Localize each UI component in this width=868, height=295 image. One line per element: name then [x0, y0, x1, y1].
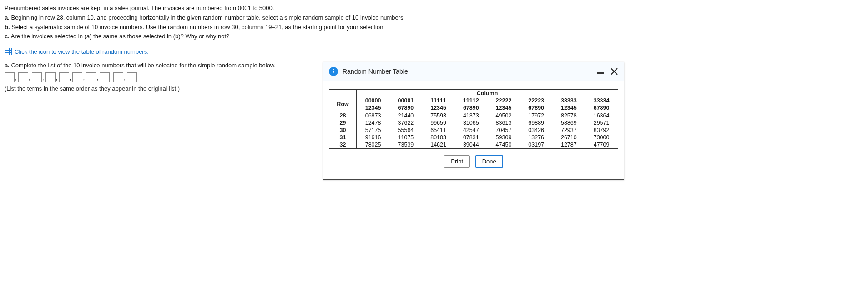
part-a-line: a. Beginning in row 28, column 10, and p…	[5, 13, 863, 23]
dialog-body: ColumnRow0000000001111111111222222222233…	[323, 81, 624, 179]
col-header-bottom: 67890	[520, 104, 553, 112]
random-number-table-box: ColumnRow0000000001111111111222222222233…	[329, 89, 618, 149]
view-table-link[interactable]: Click the icon to view the table of rand…	[15, 48, 149, 55]
table-cell: 06873	[357, 112, 389, 120]
row-label: 32	[329, 141, 357, 148]
dialog-footer: Print Done	[329, 149, 618, 175]
table-cell: 91616	[357, 134, 389, 141]
col-header-top: 00000	[357, 97, 389, 104]
col-header-bottom: 12345	[487, 104, 520, 112]
print-button[interactable]: Print	[444, 155, 470, 168]
answer-input-3[interactable]	[32, 72, 42, 82]
col-header-bottom: 67890	[454, 104, 487, 112]
table-cell: 11075	[389, 134, 422, 141]
svg-rect-0	[5, 48, 12, 55]
col-header-bottom: 12345	[422, 104, 455, 112]
table-cell: 70457	[487, 127, 520, 134]
col-header-top: 00001	[389, 97, 422, 104]
row-heading: Row	[329, 97, 357, 112]
table-cell: 83792	[585, 127, 618, 134]
table-cell: 41373	[454, 112, 487, 120]
answer-blanks: , , , , , , , , ,	[5, 72, 314, 82]
table-cell: 73000	[585, 134, 618, 141]
random-number-table: ColumnRow0000000001111111111222222222233…	[329, 90, 618, 148]
label-b: b.	[5, 24, 10, 31]
answer-input-8[interactable]	[100, 72, 110, 82]
table-cell: 69889	[520, 119, 553, 127]
question-text: Prenumbered sales invoices are kept in a…	[0, 0, 868, 45]
done-button[interactable]: Done	[475, 155, 503, 168]
intro-line: Prenumbered sales invoices are kept in a…	[5, 4, 863, 13]
table-cell: 31065	[454, 119, 487, 127]
table-cell: 47450	[487, 141, 520, 148]
table-cell: 72937	[553, 127, 585, 134]
table-icon[interactable]	[5, 48, 12, 55]
table-cell: 49502	[487, 112, 520, 120]
table-cell: 83613	[487, 119, 520, 127]
answer-hint: (List the terms in the same order as the…	[5, 85, 314, 92]
answer-input-4[interactable]	[45, 72, 56, 82]
row-header-blank	[329, 90, 357, 97]
col-header-bottom: 12345	[553, 104, 585, 112]
table-cell: 26710	[553, 134, 585, 141]
random-number-dialog: i Random Number Table ColumnRow000000000…	[323, 62, 624, 180]
col-header-top: 22222	[487, 97, 520, 104]
view-table-link-row: Click the icon to view the table of rand…	[0, 45, 868, 58]
table-cell: 57175	[357, 127, 389, 134]
table-cell: 99659	[422, 119, 455, 127]
answer-input-1[interactable]	[5, 72, 15, 82]
row-label: 28	[329, 112, 357, 120]
table-cell: 07831	[454, 134, 487, 141]
col-header-bottom: 67890	[585, 104, 618, 112]
table-cell: 39044	[454, 141, 487, 148]
table-cell: 14621	[422, 141, 455, 148]
dialog-header: i Random Number Table	[323, 62, 624, 81]
part-b-line: b. Select a systematic sample of 10 invo…	[5, 23, 863, 32]
table-cell: 17972	[520, 112, 553, 120]
col-header-top: 11112	[454, 97, 487, 104]
label-a: a.	[5, 14, 10, 21]
row-label: 30	[329, 127, 357, 134]
answer-input-6[interactable]	[72, 72, 82, 82]
table-cell: 47709	[585, 141, 618, 148]
table-cell: 37622	[389, 119, 422, 127]
info-icon: i	[329, 67, 338, 76]
table-cell: 65411	[422, 127, 455, 134]
table-cell: 42547	[454, 127, 487, 134]
column-heading: Column	[357, 90, 618, 97]
table-cell: 21440	[389, 112, 422, 120]
col-header-top: 33334	[585, 97, 618, 104]
table-cell: 75593	[422, 112, 455, 120]
part-a-prompt: a. Complete the list of the 10 invoice n…	[5, 62, 314, 69]
table-cell: 82578	[553, 112, 585, 120]
label-c: c.	[5, 33, 10, 40]
part-c-line: c. Are the invoices selected in (a) the …	[5, 32, 863, 41]
table-cell: 03197	[520, 141, 553, 148]
table-cell: 80103	[422, 134, 455, 141]
table-cell: 73539	[389, 141, 422, 148]
answer-input-7[interactable]	[86, 72, 96, 82]
answer-input-10[interactable]	[127, 72, 137, 82]
table-cell: 59309	[487, 134, 520, 141]
table-cell: 12478	[357, 119, 389, 127]
table-cell: 55564	[389, 127, 422, 134]
row-label: 29	[329, 119, 357, 127]
answer-input-2[interactable]	[18, 72, 28, 82]
answer-input-5[interactable]	[59, 72, 69, 82]
answer-area: a. Complete the list of the 10 invoice n…	[5, 62, 314, 92]
col-header-bottom: 67890	[389, 104, 422, 112]
col-header-bottom: 12345	[357, 104, 389, 112]
dialog-title: Random Number Table	[343, 68, 597, 75]
table-cell: 12787	[553, 141, 585, 148]
answer-input-9[interactable]	[113, 72, 123, 82]
col-header-top: 11111	[422, 97, 455, 104]
table-cell: 03426	[520, 127, 553, 134]
table-cell: 58869	[553, 119, 585, 127]
close-button[interactable]	[610, 67, 618, 76]
table-cell: 13276	[520, 134, 553, 141]
label-a2: a.	[5, 62, 10, 69]
minimize-button[interactable]	[597, 72, 604, 74]
col-header-top: 22223	[520, 97, 553, 104]
table-cell: 29571	[585, 119, 618, 127]
table-cell: 16364	[585, 112, 618, 120]
